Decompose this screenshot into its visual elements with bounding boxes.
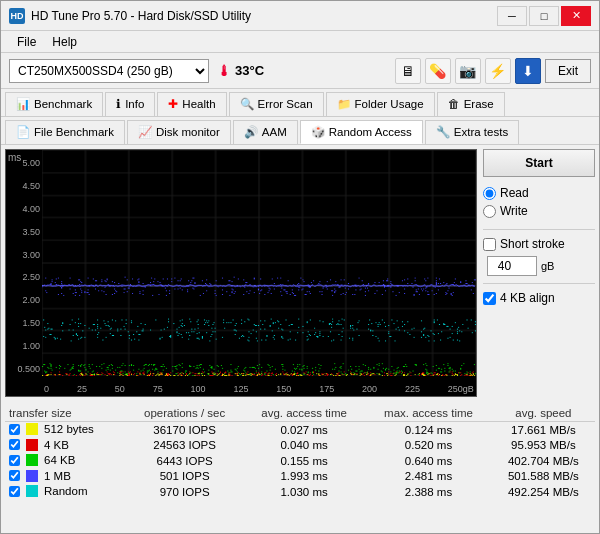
align-4kb-checkbox-label[interactable]: 4 KB align <box>483 291 595 305</box>
bottom-section: transfer size operations / sec avg. acce… <box>1 401 599 504</box>
tab-error-scan-label: Error Scan <box>258 98 313 110</box>
aam-icon: 🔊 <box>244 125 258 139</box>
tab-benchmark[interactable]: 📊 Benchmark <box>5 92 103 116</box>
row-name-3: 1 MB <box>44 470 71 482</box>
table-row: 512 bytes 36170 IOPS 0.027 ms 0.124 ms 1… <box>5 422 595 438</box>
cell-avg-speed-4: 492.254 MB/s <box>492 484 595 500</box>
temperature-value: 33°C <box>235 63 264 78</box>
y-label-1: 4.50 <box>8 181 40 191</box>
tab-aam-label: AAM <box>262 126 287 138</box>
row-checkbox-0[interactable] <box>9 424 20 435</box>
y-label-6: 2.00 <box>8 295 40 305</box>
write-radio-label[interactable]: Write <box>483 204 595 218</box>
toolbar-icon-5[interactable]: ⬇ <box>515 58 541 84</box>
x-label-6: 150 <box>276 384 291 394</box>
align-4kb-checkbox[interactable] <box>483 292 496 305</box>
radio-group: Read Write <box>483 182 595 222</box>
tab-erase[interactable]: 🗑 Erase <box>437 92 505 116</box>
toolbar-icon-2[interactable]: 💊 <box>425 58 451 84</box>
read-radio-label[interactable]: Read <box>483 186 595 200</box>
cell-avg-access-1: 0.040 ms <box>243 438 365 454</box>
tab-health[interactable]: ✚ Health <box>157 92 226 116</box>
row-color-4 <box>26 485 38 497</box>
tab-extra-tests[interactable]: 🔧 Extra tests <box>425 120 519 144</box>
tab-folder-usage[interactable]: 📁 Folder Usage <box>326 92 435 116</box>
tab-random-access-label: Random Access <box>329 126 412 138</box>
short-stroke-spinbox[interactable] <box>487 256 537 276</box>
col-transfer-size: transfer size <box>5 405 126 422</box>
menu-file[interactable]: File <box>9 33 44 51</box>
row-checkbox-4[interactable] <box>9 486 20 497</box>
row-checkbox-2[interactable] <box>9 455 20 466</box>
write-radio[interactable] <box>483 205 496 218</box>
start-button[interactable]: Start <box>483 149 595 177</box>
main-content: ms 5.00 4.50 4.00 3.50 3.00 2.50 2.00 1.… <box>1 145 599 401</box>
cell-ops-2: 6443 IOPS <box>126 453 243 469</box>
cell-label-0: 512 bytes <box>5 422 126 438</box>
toolbar-icon-3[interactable]: 📷 <box>455 58 481 84</box>
tab-file-benchmark-label: File Benchmark <box>34 126 114 138</box>
cell-max-access-1: 0.520 ms <box>365 438 492 454</box>
separator-2 <box>483 283 595 284</box>
tab-disk-monitor[interactable]: 📈 Disk monitor <box>127 120 231 144</box>
cell-avg-speed-3: 501.588 MB/s <box>492 469 595 485</box>
results-table: transfer size operations / sec avg. acce… <box>5 405 595 500</box>
tab-error-scan[interactable]: 🔍 Error Scan <box>229 92 324 116</box>
col-avg-speed: avg. speed <box>492 405 595 422</box>
short-stroke-checkbox[interactable] <box>483 238 496 251</box>
row-checkbox-1[interactable] <box>9 439 20 450</box>
x-label-2: 50 <box>115 384 125 394</box>
window-controls: ─ □ ✕ <box>497 6 591 26</box>
erase-icon: 🗑 <box>448 98 460 110</box>
y-label-3: 3.50 <box>8 227 40 237</box>
toolbar-icon-4[interactable]: ⚡ <box>485 58 511 84</box>
cell-label-3: 1 MB <box>5 469 126 485</box>
tab-aam[interactable]: 🔊 AAM <box>233 120 298 144</box>
app-icon-text: HD <box>11 11 24 21</box>
disk-monitor-icon: 📈 <box>138 125 152 139</box>
x-label-7: 175 <box>319 384 334 394</box>
main-window: HD HD Tune Pro 5.70 - Hard Disk/SSD Util… <box>0 0 600 534</box>
x-label-8: 200 <box>362 384 377 394</box>
tab-info[interactable]: ℹ Info <box>105 92 155 116</box>
row-color-0 <box>26 423 38 435</box>
row-name-1: 4 KB <box>44 439 69 451</box>
minimize-button[interactable]: ─ <box>497 6 527 26</box>
menu-help[interactable]: Help <box>44 33 85 51</box>
table-row: 4 KB 24563 IOPS 0.040 ms 0.520 ms 95.953… <box>5 438 595 454</box>
cell-avg-speed-0: 17.661 MB/s <box>492 422 595 438</box>
y-label-9: 0.500 <box>8 364 40 374</box>
cell-label-1: 4 KB <box>5 438 126 454</box>
maximize-button[interactable]: □ <box>529 6 559 26</box>
drive-selector[interactable]: CT250MX500SSD4 (250 gB) <box>9 59 209 83</box>
health-icon: ✚ <box>168 97 178 111</box>
short-stroke-checkbox-label[interactable]: Short stroke <box>483 237 595 251</box>
tab-benchmark-label: Benchmark <box>34 98 92 110</box>
y-axis: 5.00 4.50 4.00 3.50 3.00 2.50 2.00 1.50 … <box>6 158 42 374</box>
tab-random-access[interactable]: 🎲 Random Access <box>300 120 423 144</box>
cell-ops-4: 970 IOPS <box>126 484 243 500</box>
menu-bar: File Help <box>1 31 599 53</box>
col-max-access: max. access time <box>365 405 492 422</box>
tab-file-benchmark[interactable]: 📄 File Benchmark <box>5 120 125 144</box>
toolbar-icons: 🖥 💊 📷 ⚡ ⬇ Exit <box>395 58 591 84</box>
row-name-4: Random <box>44 485 87 497</box>
x-label-1: 25 <box>77 384 87 394</box>
cell-avg-access-4: 1.030 ms <box>243 484 365 500</box>
y-label-4: 3.00 <box>8 250 40 260</box>
exit-button[interactable]: Exit <box>545 59 591 83</box>
close-button[interactable]: ✕ <box>561 6 591 26</box>
toolbar-icon-1[interactable]: 🖥 <box>395 58 421 84</box>
read-radio[interactable] <box>483 187 496 200</box>
tab-erase-label: Erase <box>464 98 494 110</box>
tab-info-label: Info <box>125 98 144 110</box>
extra-tests-icon: 🔧 <box>436 125 450 139</box>
temperature-display: 🌡 33°C <box>217 63 264 79</box>
chart-area: ms 5.00 4.50 4.00 3.50 3.00 2.50 2.00 1.… <box>5 149 477 397</box>
short-stroke-label: Short stroke <box>500 237 565 251</box>
cell-avg-access-3: 1.993 ms <box>243 469 365 485</box>
cell-ops-1: 24563 IOPS <box>126 438 243 454</box>
chart-canvas <box>42 150 476 376</box>
cell-max-access-2: 0.640 ms <box>365 453 492 469</box>
row-checkbox-3[interactable] <box>9 470 20 481</box>
